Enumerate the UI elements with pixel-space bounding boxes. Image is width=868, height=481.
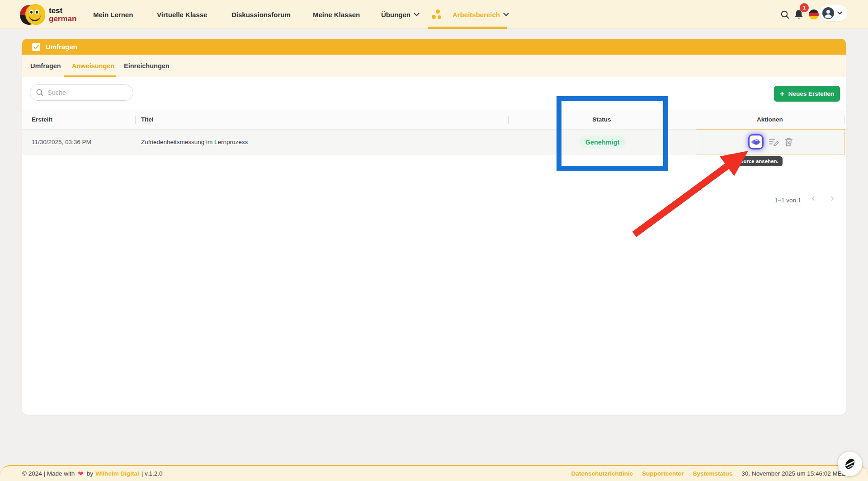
user-menu[interactable] <box>820 5 847 21</box>
footer-link-supportcenter[interactable]: Supportcenter <box>642 470 684 477</box>
nav-item-arbeitsbereich[interactable]: Arbeitsbereich <box>453 0 509 29</box>
language-flag-german-icon[interactable] <box>809 9 819 19</box>
column-header-erstellt: Erstellt <box>32 110 52 130</box>
column-divider <box>844 116 844 124</box>
nav-item-diskussionsforum[interactable]: Diskussionsforum <box>231 0 291 29</box>
panel-header: Umfragen <box>22 39 846 55</box>
footer: © 2024 | Made with ❤ by Wilhelm Digital … <box>0 465 868 481</box>
row-actions-cell <box>696 129 845 154</box>
column-header-titel: Titel <box>141 110 154 130</box>
logo-smiley-icon <box>25 4 45 25</box>
nav-item-uebungen[interactable]: Übungen <box>381 0 420 29</box>
search-icon[interactable] <box>778 8 791 21</box>
trash-icon <box>784 137 793 147</box>
chevron-down-icon <box>503 13 509 17</box>
view-resource-button[interactable] <box>748 134 764 149</box>
nav-item-virtuelle-klasse[interactable]: Virtuelle Klasse <box>157 0 207 29</box>
delete-button[interactable] <box>784 137 793 147</box>
edit-icon <box>769 137 779 146</box>
footer-timestamp: 30. November 2025 um 15:46:02 MEZ <box>741 470 845 477</box>
column-divider <box>135 116 136 124</box>
clipboard-check-icon <box>32 42 41 51</box>
tab-einreichungen[interactable]: Einreichungen <box>124 55 170 77</box>
floating-widget-button[interactable] <box>838 452 862 476</box>
brand-name: test german <box>49 7 76 23</box>
row-created-date: 11/30/2025, 03:36 PM <box>32 130 91 154</box>
column-header-aktionen: Aktionen <box>722 110 817 130</box>
footer-link-datenschutz[interactable]: Datenschutzrichtlinie <box>571 470 633 477</box>
logo-smile <box>29 15 41 21</box>
table-row: 11/30/2025, 03:36 PM Zufriedenheitsmessu… <box>22 130 846 154</box>
pagination-prev-icon[interactable]: ‹ <box>808 192 819 204</box>
edit-button[interactable] <box>769 137 779 146</box>
search-input[interactable] <box>47 89 120 96</box>
pagination-label: 1–1 von 1 <box>774 197 801 204</box>
create-new-button[interactable]: + Neues Erstellen <box>774 86 840 102</box>
view-resource-tooltip: source ansehen. <box>733 156 783 166</box>
chevron-down-icon <box>414 13 420 17</box>
footer-links: Datenschutzrichtlinie Supportcenter Syst… <box>571 466 845 481</box>
footer-brand-link[interactable]: Wilhelm Digital <box>95 470 139 477</box>
avatar <box>822 7 835 19</box>
pagination-next-icon[interactable]: › <box>827 192 838 204</box>
page-title: Umfragen <box>46 43 77 51</box>
column-divider <box>696 116 696 124</box>
footer-link-systemstatus[interactable]: Systemstatus <box>693 470 733 477</box>
search-field <box>30 84 133 101</box>
search-icon <box>36 89 44 97</box>
logo-eye <box>29 9 33 14</box>
app-version: | v.1.2.0 <box>142 470 163 477</box>
column-divider <box>508 116 509 124</box>
active-tab-underline <box>64 75 116 77</box>
top-navbar: test german Mein Lernen Virtuelle Klasse… <box>0 0 868 29</box>
widget-logo-icon <box>843 457 857 471</box>
active-nav-underline <box>428 27 507 29</box>
nav-item-mein-lernen[interactable]: Mein Lernen <box>93 0 133 29</box>
nav-item-meine-klassen[interactable]: Meine Klassen <box>313 0 360 29</box>
table-header-row: Erstellt Titel Status Aktionen <box>22 110 846 130</box>
eye-icon <box>750 138 761 146</box>
plus-icon: + <box>780 90 784 98</box>
brand-logo[interactable]: test german <box>20 3 92 26</box>
notification-count-badge: 1 <box>800 3 809 12</box>
tab-bar: Umfragen Anweisungen Einreichungen <box>22 55 846 77</box>
workspace-dots-icon <box>432 9 443 19</box>
heart-icon: ❤ <box>77 470 85 478</box>
chevron-down-icon <box>837 11 842 15</box>
footer-copyright: © 2024 | Made with ❤ by Wilhelm Digital … <box>22 466 163 481</box>
annotation-blue-rectangle <box>557 96 668 171</box>
tab-umfragen[interactable]: Umfragen <box>30 55 61 77</box>
umfragen-panel: Umfragen Umfragen Anweisungen Einreichun… <box>22 39 846 415</box>
row-title: Zufriedenheitsmessung im Lernprozess <box>141 130 248 154</box>
logo-eye <box>35 9 39 14</box>
tab-anweisungen[interactable]: Anweisungen <box>72 55 114 77</box>
